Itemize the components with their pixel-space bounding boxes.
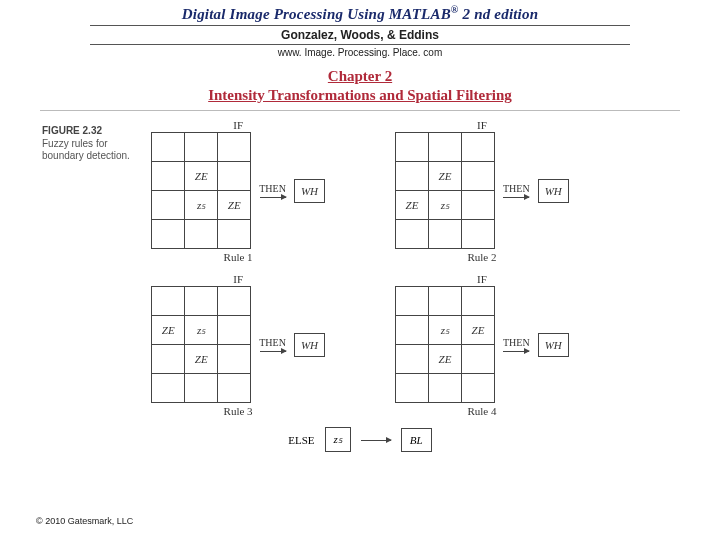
then-label: THEN	[259, 183, 286, 194]
rule-2-label: Rule 2	[467, 251, 496, 263]
rule-body: ZEz₅ ZE THEN WH	[151, 286, 325, 403]
arrow-icon	[260, 197, 286, 198]
then-label: THEN	[503, 337, 530, 348]
rule-1-label: Rule 1	[224, 251, 253, 263]
cell-ze: ZE	[396, 191, 429, 220]
else-row: ELSE z₅ BL	[0, 427, 720, 452]
rule-2: IF ZE ZEz₅ THEN WH Rule 2	[395, 119, 569, 263]
rule-body: ZE ZEz₅ THEN WH	[395, 132, 569, 249]
arrow-icon	[503, 197, 529, 198]
website-url: www. Image. Processing. Place. com	[0, 47, 720, 58]
rule-4: IF z₅ZE ZE THEN WH Rule 4	[395, 273, 569, 417]
then-label: THEN	[503, 183, 530, 194]
rule-1-grid: ZE z₅ZE	[151, 132, 251, 249]
figure-number: FIGURE 2.32	[42, 125, 102, 136]
book-title: Digital Image Processing Using MATLAB® 2…	[0, 4, 720, 23]
then-arrow: THEN	[503, 183, 530, 198]
chapter-number: Chapter 2	[0, 68, 720, 85]
else-z5: z₅	[325, 427, 351, 452]
cell-ze: ZE	[185, 162, 218, 191]
chapter-title: Intensity Transformations and Spatial Fi…	[0, 87, 720, 104]
title-suffix: 2 nd edition	[459, 6, 539, 22]
divider	[40, 110, 680, 111]
diagrams: IF ZE z₅ZE THEN WH Rule 1	[0, 119, 720, 452]
authors: Gonzalez, Woods, & Eddins	[0, 28, 720, 42]
figure-caption: FIGURE 2.32 Fuzzy rules for boundary det…	[42, 125, 142, 163]
cell-z5: z₅	[429, 316, 462, 345]
rule-4-label: Rule 4	[467, 405, 496, 417]
rule-4-grid: z₅ZE ZE	[395, 286, 495, 403]
registered-mark: ®	[451, 4, 459, 15]
cell-ze: ZE	[462, 316, 495, 345]
cell-z5: z₅	[185, 191, 218, 220]
arrow-icon	[260, 351, 286, 352]
then-arrow: THEN	[503, 337, 530, 352]
rule-3-label: Rule 3	[224, 405, 253, 417]
cell-ze: ZE	[429, 162, 462, 191]
output-wh: WH	[294, 333, 325, 357]
else-label: ELSE	[288, 434, 314, 446]
copyright: © 2010 Gatesmark, LLC	[36, 516, 133, 526]
cell-ze: ZE	[429, 345, 462, 374]
rule-1: IF ZE z₅ZE THEN WH Rule 1	[151, 119, 325, 263]
cell-ze: ZE	[152, 316, 185, 345]
divider	[90, 25, 630, 26]
output-wh: WH	[538, 333, 569, 357]
title-prefix: Digital Image Processing Using MATLAB	[182, 6, 451, 22]
figure-area: FIGURE 2.32 Fuzzy rules for boundary det…	[0, 119, 720, 452]
if-label: IF	[477, 273, 487, 285]
arrow-icon	[503, 351, 529, 352]
rule-2-grid: ZE ZEz₅	[395, 132, 495, 249]
if-label: IF	[233, 119, 243, 131]
cell-z5: z₅	[429, 191, 462, 220]
rule-body: z₅ZE ZE THEN WH	[395, 286, 569, 403]
divider	[90, 44, 630, 45]
rule-row-2: IF ZEz₅ ZE THEN WH Rule 3	[0, 273, 720, 417]
then-arrow: THEN	[259, 183, 286, 198]
if-label: IF	[477, 119, 487, 131]
rule-3: IF ZEz₅ ZE THEN WH Rule 3	[151, 273, 325, 417]
rule-3-grid: ZEz₅ ZE	[151, 286, 251, 403]
then-label: THEN	[259, 337, 286, 348]
then-arrow: THEN	[259, 337, 286, 352]
cell-ze: ZE	[218, 191, 251, 220]
if-label: IF	[233, 273, 243, 285]
figure-caption-text: Fuzzy rules for boundary detection.	[42, 138, 130, 162]
output-bl: BL	[401, 428, 432, 452]
cell-z5: z₅	[185, 316, 218, 345]
chapter-heading: Chapter 2 Intensity Transformations and …	[0, 68, 720, 104]
output-wh: WH	[538, 179, 569, 203]
arrow-icon	[361, 440, 391, 441]
header: Digital Image Processing Using MATLAB® 2…	[0, 0, 720, 58]
cell-ze: ZE	[185, 345, 218, 374]
rule-body: ZE z₅ZE THEN WH	[151, 132, 325, 249]
output-wh: WH	[294, 179, 325, 203]
